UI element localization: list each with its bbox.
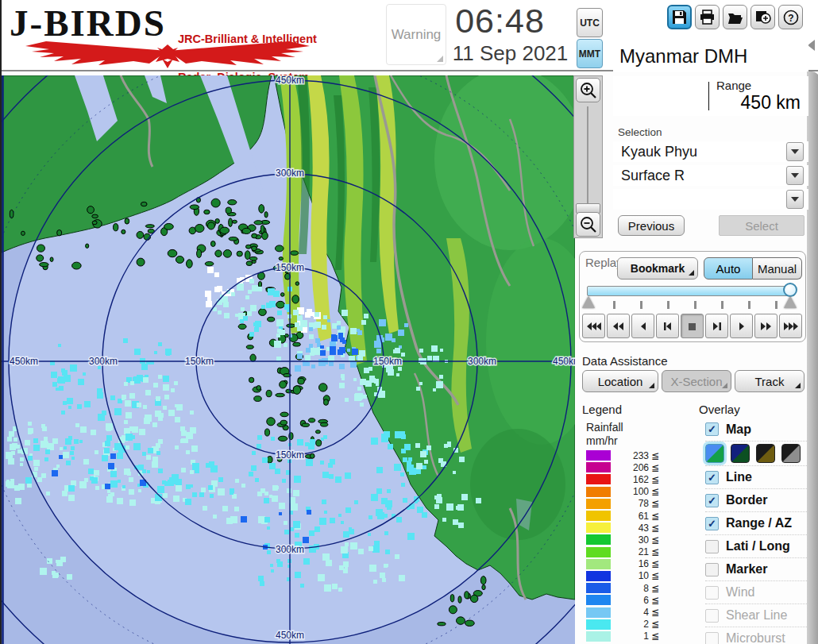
replay-slider-track[interactable] <box>587 286 795 296</box>
legend-operator: ≦ <box>651 534 659 546</box>
open-file-button[interactable] <box>723 5 747 29</box>
radar-map[interactable]: 450km300km150km150km300km450km450km300km… <box>2 75 575 644</box>
map-style-swatch[interactable] <box>781 444 801 463</box>
overlay-item-marker[interactable]: Marker <box>705 557 808 580</box>
overlay-item-label: Lati / Long <box>726 539 790 553</box>
legend-color-swatch <box>586 474 611 484</box>
play-reverse-icon <box>635 321 651 332</box>
legend-color-swatch <box>586 571 611 581</box>
zoom-slider-track[interactable] <box>587 106 588 206</box>
rewind-icon <box>611 321 627 332</box>
checkbox[interactable] <box>705 609 719 623</box>
checkbox[interactable]: ✓ <box>705 517 719 530</box>
stop-button[interactable] <box>681 314 704 338</box>
track-button[interactable]: Track <box>735 370 804 392</box>
slider-tick <box>721 301 723 309</box>
button-label: Track <box>755 375 785 388</box>
replay-slider-handle[interactable] <box>783 283 797 297</box>
bookmark-button[interactable]: Bookmark <box>617 257 698 280</box>
rewind-button[interactable] <box>607 314 630 338</box>
overlay-item-label: Microburst <box>726 631 785 644</box>
legend-color-swatch <box>586 534 611 545</box>
play-button[interactable] <box>730 314 753 338</box>
map-style-swatch[interactable] <box>731 444 750 463</box>
auto-mode-button[interactable]: Auto <box>704 257 753 280</box>
checkbox[interactable] <box>705 632 719 644</box>
range-ring-label: 150km <box>185 356 214 367</box>
checkbox[interactable]: ✓ <box>705 422 719 436</box>
manual-mode-button[interactable]: Manual <box>753 257 802 280</box>
checkbox[interactable] <box>705 540 719 553</box>
overlay-list: ✓ Map✓ Line✓ Border✓ Range / AZ Lati / L… <box>705 418 808 644</box>
fast-forward-icon <box>758 321 774 332</box>
overlay-label: Overlay <box>699 403 740 416</box>
product-dropdown-button[interactable] <box>786 166 804 185</box>
warning-button[interactable]: Warning <box>386 4 446 65</box>
zoom-in-button[interactable] <box>576 78 600 102</box>
panel-collapse-arrow-icon[interactable] <box>808 40 815 51</box>
fast-rewind-button[interactable] <box>582 314 605 338</box>
checkbox[interactable]: ✓ <box>705 494 719 507</box>
range-ring-label: 300km <box>276 168 304 179</box>
checkbox[interactable] <box>705 563 719 577</box>
option-dropdown-button[interactable] <box>786 190 804 209</box>
zoom-out-button[interactable] <box>576 212 600 237</box>
overlay-item-line[interactable]: ✓ Line <box>705 465 808 488</box>
site-dropdown-value: Kyauk Phyu <box>621 141 697 162</box>
step-back-button[interactable] <box>656 314 679 338</box>
legend-color-swatch <box>586 559 611 569</box>
legend-row: 10 ≦ <box>586 570 659 582</box>
utc-button[interactable]: UTC <box>577 8 603 37</box>
map-style-swatches <box>705 441 808 465</box>
fast-rewind-icon <box>586 321 602 332</box>
legend-operator: ≦ <box>651 462 659 473</box>
overlay-item-lati-long[interactable]: Lati / Long <box>705 534 808 557</box>
site-dropdown-button[interactable] <box>786 142 804 161</box>
add-image-button[interactable] <box>750 5 775 29</box>
play-reverse-button[interactable] <box>631 314 654 338</box>
legend-row: 162 ≦ <box>586 473 659 485</box>
map-style-swatch[interactable] <box>756 444 775 463</box>
range-ring-label: 150km <box>276 262 304 273</box>
slider-end-marker-icon[interactable] <box>784 296 797 308</box>
range-label: Range <box>716 79 751 92</box>
overlay-item-map[interactable]: ✓ Map <box>705 418 808 441</box>
legend-value: 43 <box>611 523 649 534</box>
range-divider <box>708 82 709 110</box>
step-forward-button[interactable] <box>705 314 728 338</box>
legend-row: 30 ≦ <box>586 534 659 546</box>
slider-tick <box>748 301 750 309</box>
overlay-item-range-az[interactable]: ✓ Range / AZ <box>705 511 808 534</box>
resize-grip-icon <box>437 56 443 62</box>
mmt-button[interactable]: MMT <box>577 39 603 68</box>
map-style-swatch[interactable] <box>705 444 724 463</box>
step-forward-icon <box>709 321 725 332</box>
playback-controls <box>582 314 802 338</box>
help-button[interactable]: ? <box>778 5 803 29</box>
add-image-icon <box>755 10 771 25</box>
range-ring-label: 150km <box>373 356 402 367</box>
x-section-button[interactable]: X-Section <box>662 370 731 392</box>
checkbox[interactable]: ✓ <box>705 471 719 484</box>
open-folder-icon <box>727 10 743 25</box>
print-button[interactable] <box>695 5 720 29</box>
legend-row: 61 ≦ <box>586 510 659 522</box>
legend-color-swatch <box>586 450 611 461</box>
legend-value: 21 <box>611 546 649 557</box>
fast-forward-button[interactable] <box>754 314 777 338</box>
legend-value: 61 <box>611 511 649 522</box>
legend-unit-line2: mm/hr <box>586 434 623 448</box>
save-button[interactable] <box>667 5 692 29</box>
location-button[interactable]: Location <box>582 370 658 392</box>
site-dropdown[interactable]: Kyauk Phyu <box>613 141 808 162</box>
option-dropdown[interactable] <box>613 189 808 210</box>
menu-wedge-icon <box>722 383 727 388</box>
overlay-item-border[interactable]: ✓ Border <box>705 488 808 511</box>
legend-row: 206 ≦ <box>586 461 659 473</box>
slider-start-marker-icon[interactable] <box>582 296 595 308</box>
checkbox[interactable] <box>705 586 719 600</box>
previous-button[interactable]: Previous <box>618 215 685 236</box>
fastest-forward-button[interactable] <box>779 314 802 338</box>
product-dropdown[interactable]: Surface R <box>613 165 808 186</box>
legend-operator: ≦ <box>651 511 659 522</box>
